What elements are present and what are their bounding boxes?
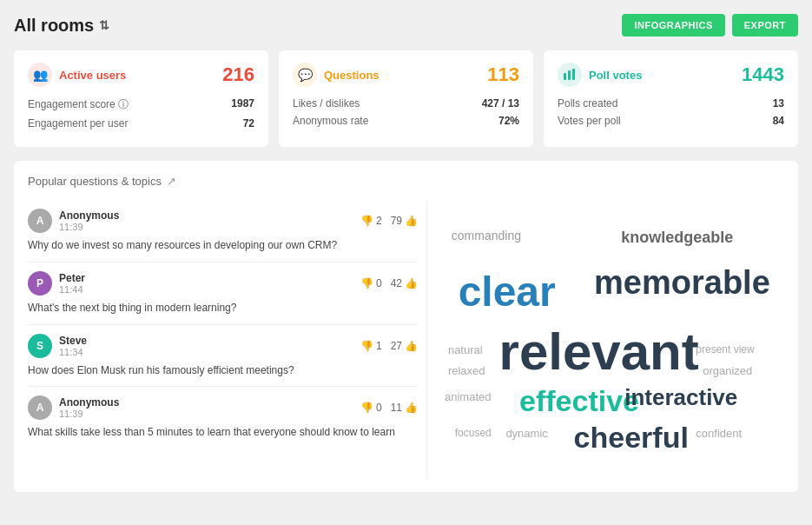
popular-header: Popular questions & topics ↗ [28, 175, 784, 188]
thumbup-icon[interactable]: 👍 [405, 215, 418, 227]
anonymous-rate-label: Anonymous rate [293, 115, 368, 127]
anonymous-rate-value: 72% [498, 115, 519, 127]
question-item: P Peter 11:44 👎 0 42 👍 [28, 262, 418, 325]
polls-created-value: 13 [773, 97, 784, 110]
user-name: Anonymous [59, 396, 119, 409]
word-cloud-word: dynamic [505, 428, 547, 439]
question-time: 11:44 [59, 284, 85, 295]
questions-card: 💬 Questions 113 Likes / dislikes 427 / 1… [279, 50, 533, 147]
avatar: A [28, 395, 52, 420]
infographics-button[interactable]: INFOGRAPHICS [622, 14, 724, 37]
question-time: 11:39 [59, 409, 119, 419]
thumbup-icon[interactable]: 👍 [405, 402, 418, 414]
avatar: A [28, 209, 52, 233]
poll-votes-card: Poll votes 1443 Polls created 13 Votes p… [544, 50, 798, 147]
question-meta: P Peter 11:44 👎 0 42 👍 [28, 271, 418, 296]
engagement-score-row: Engagement score ⓘ 1987 [28, 97, 254, 112]
word-cloud-word: commanding [452, 229, 521, 242]
question-meta: A Anonymous 11:39 👎 0 11 👍 [28, 395, 418, 420]
engagement-per-user-label: Engagement per user [28, 117, 128, 130]
dislike-count: 👎 0 [360, 402, 382, 414]
question-text: How does Elon Musk run his famously effi… [28, 363, 418, 378]
svg-rect-1 [568, 70, 571, 80]
word-cloud-word: confident [696, 428, 742, 439]
question-text: What skills take less than 5 minutes to … [28, 425, 418, 440]
question-time: 11:39 [59, 222, 119, 232]
user-info: Peter 11:44 [59, 272, 85, 295]
users-icon: 👥 [28, 63, 52, 87]
poll-votes-label: Poll votes [558, 63, 642, 87]
word-cloud-word: effective [519, 386, 639, 415]
question-user: A Anonymous 11:39 [28, 209, 119, 233]
export-button[interactable]: EXPORT [732, 14, 798, 37]
vote-section: 👎 0 11 👍 [360, 402, 418, 414]
votes-per-poll-row: Votes per poll 84 [558, 115, 784, 127]
popular-section: Popular questions & topics ↗ A Anonymous… [14, 161, 798, 492]
engagement-per-user-row: Engagement per user 72 [28, 117, 254, 130]
likes-dislikes-label: Likes / dislikes [293, 97, 360, 110]
word-cloud-word: interactive [624, 386, 737, 409]
svg-rect-0 [564, 73, 566, 80]
poll-icon [558, 63, 582, 87]
svg-rect-2 [572, 69, 575, 80]
user-name: Steve [59, 335, 87, 347]
question-user: P Peter 11:44 [28, 271, 85, 296]
dislike-count: 👎 2 [360, 215, 382, 227]
word-cloud-word: natural [448, 344, 483, 356]
engagement-score-value: 1987 [231, 97, 254, 112]
questions-label-text: Questions [324, 69, 380, 82]
engagement-score-label: Engagement score ⓘ [28, 97, 129, 112]
room-selector-icon[interactable]: ⇅ [99, 18, 109, 32]
header-buttons: INFOGRAPHICS EXPORT [622, 14, 798, 37]
question-user: S Steve 11:34 [28, 334, 87, 358]
thumbup-icon[interactable]: 👍 [405, 277, 418, 289]
word-cloud-word: present view [696, 344, 754, 355]
avatar: P [28, 271, 52, 296]
thumbdown-icon[interactable]: 👎 [360, 277, 373, 289]
engagement-per-user-value: 72 [243, 117, 254, 130]
user-info: Anonymous 11:39 [59, 209, 119, 232]
like-count: 27 👍 [391, 340, 418, 352]
poll-votes-header: Poll votes 1443 [558, 63, 784, 87]
poll-votes-label-text: Poll votes [589, 69, 642, 82]
active-users-value: 216 [222, 63, 254, 86]
word-cloud-word: cheerful [574, 422, 689, 452]
active-users-card: 👥 Active users 216 Engagement score ⓘ 19… [14, 50, 268, 147]
like-count: 79 👍 [391, 215, 418, 227]
word-cloud-word: organized [703, 365, 752, 376]
vote-section: 👎 1 27 👍 [360, 340, 418, 352]
thumbdown-icon[interactable]: 👎 [360, 340, 373, 352]
thumbup-icon[interactable]: 👍 [405, 340, 418, 352]
stats-row: 👥 Active users 216 Engagement score ⓘ 19… [14, 50, 798, 147]
external-link-icon[interactable]: ↗ [167, 175, 176, 188]
question-time: 11:34 [59, 347, 87, 357]
user-name: Anonymous [59, 209, 119, 222]
header: All rooms ⇅ INFOGRAPHICS EXPORT [14, 14, 798, 37]
question-user: A Anonymous 11:39 [28, 395, 119, 420]
question-item: S Steve 11:34 👎 1 27 👍 [28, 325, 418, 388]
dislike-value: 0 [376, 402, 382, 414]
thumbdown-icon[interactable]: 👎 [360, 215, 373, 227]
user-name: Peter [59, 272, 85, 284]
popular-content: A Anonymous 11:39 👎 2 79 👍 [28, 200, 784, 478]
like-count: 11 👍 [391, 402, 418, 414]
dislike-value: 1 [376, 340, 382, 352]
like-value: 11 [391, 402, 402, 414]
page-title: All rooms ⇅ [14, 16, 109, 36]
poll-votes-value: 1443 [742, 63, 784, 86]
questions-header: 💬 Questions 113 [293, 63, 519, 87]
word-cloud-inner: knowledgeablecommandingclearmemorablenat… [445, 209, 784, 469]
questions-icon: 💬 [293, 63, 317, 87]
user-info: Anonymous 11:39 [59, 396, 119, 419]
votes-per-poll-label: Votes per poll [558, 115, 621, 127]
anonymous-rate-row: Anonymous rate 72% [293, 115, 519, 127]
like-value: 27 [391, 340, 402, 352]
question-meta: S Steve 11:34 👎 1 27 👍 [28, 334, 418, 358]
word-cloud-word: clear [459, 271, 556, 313]
question-text: What's the next big thing in modern lear… [28, 301, 418, 316]
likes-dislikes-row: Likes / dislikes 427 / 13 [293, 97, 519, 110]
word-cloud-word: relevant [499, 326, 699, 378]
dislike-value: 0 [376, 277, 382, 289]
thumbdown-icon[interactable]: 👎 [360, 402, 373, 414]
avatar: S [28, 334, 52, 358]
